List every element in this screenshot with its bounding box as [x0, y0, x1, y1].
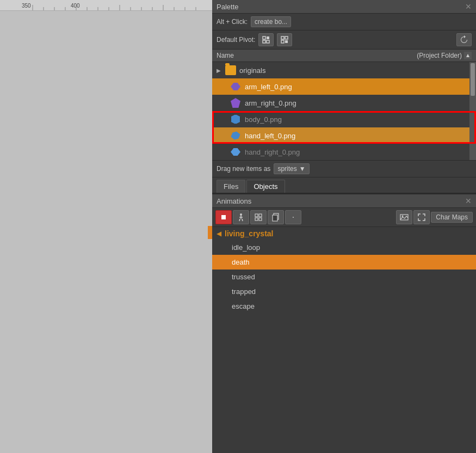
pivot-btn-1[interactable] — [258, 33, 274, 46]
svg-rect-17 — [267, 36, 269, 39]
svg-rect-34 — [259, 218, 262, 221]
anim-stop-btn[interactable] — [215, 210, 232, 224]
scroll-up-icon — [466, 53, 470, 58]
tab-objects[interactable]: Objects — [246, 180, 285, 193]
expand-icon — [417, 213, 426, 222]
svg-rect-21 — [285, 36, 288, 39]
copy-icon — [271, 213, 280, 222]
file-item-hand-right[interactable]: hand_right_0.png — [212, 144, 476, 160]
char-maps-btn[interactable]: Char Maps — [431, 212, 473, 223]
walk-icon — [237, 213, 245, 222]
anim-name-escape: escape — [232, 302, 255, 310]
sprites-option-label: sprites — [277, 165, 296, 173]
palette-close-btn[interactable]: ✕ — [465, 2, 472, 11]
sprites-dropdown[interactable]: sprites ▼ — [274, 163, 309, 174]
timeline-marker — [208, 226, 212, 239]
sprite-icon-arm-right — [230, 97, 242, 109]
right-panel: Palette ✕ Alt + Click: create bo... Defa… — [212, 0, 476, 453]
svg-point-38 — [402, 216, 404, 217]
anim-item-death[interactable]: death — [212, 255, 476, 270]
sprite-icon-hand-right — [230, 146, 242, 158]
scroll-up-btn[interactable] — [464, 52, 472, 59]
anim-name-trapped: trapped — [232, 287, 256, 296]
folder-name: originals — [239, 66, 265, 75]
anim-dot-btn[interactable]: · — [285, 210, 301, 224]
file-item-arm-right[interactable]: arm_right_0.png — [212, 95, 476, 111]
pivot-icon-2 — [280, 35, 289, 44]
anim-group-arrow: ◀ — [217, 230, 221, 237]
animations-close-btn[interactable]: ✕ — [465, 197, 472, 205]
file-item-hand-left[interactable]: hand_left_0.png — [212, 127, 476, 144]
scrollbar-thumb[interactable] — [471, 63, 475, 96]
palette-panel: Palette ✕ Alt + Click: create bo... Defa… — [212, 0, 476, 194]
anim-item-idle-loop[interactable]: idle_loop — [212, 240, 476, 255]
anim-item-trapped[interactable]: trapped — [212, 284, 476, 299]
animations-title: Animations — [217, 197, 251, 205]
anim-name-death: death — [232, 258, 250, 266]
anim-image-btn[interactable] — [396, 210, 412, 224]
sprite-icon-hand-left — [230, 130, 242, 142]
sprite-icon-arm-left — [230, 81, 242, 93]
anim-walk-btn[interactable] — [233, 210, 249, 224]
file-list-scrollbar[interactable] — [469, 62, 476, 160]
svg-marker-24 — [466, 54, 469, 57]
pivot-icon-1 — [262, 35, 270, 44]
file-name-arm-right: arm_right_0.png — [245, 99, 296, 107]
animations-panel: Animations ✕ — [212, 194, 476, 453]
refresh-btn[interactable] — [456, 33, 472, 46]
svg-rect-22 — [281, 40, 284, 43]
anim-item-trussed[interactable]: trussed — [212, 270, 476, 284]
svg-rect-25 — [221, 215, 226, 219]
folder-originals[interactable]: ▶ originals — [212, 62, 476, 78]
image-icon — [400, 213, 409, 222]
drag-toolbar: Drag new items as sprites ▼ — [212, 160, 476, 177]
drag-label: Drag new items as — [217, 165, 270, 173]
svg-point-26 — [240, 213, 242, 216]
anim-copy-btn[interactable] — [268, 210, 284, 224]
pivot-btn-2[interactable] — [277, 33, 292, 46]
svg-rect-18 — [263, 40, 265, 43]
canvas-area — [0, 11, 212, 453]
col-header-folder: (Project Folder) — [417, 52, 462, 59]
svg-rect-23 — [285, 40, 288, 43]
file-name-body: body_0.png — [245, 115, 282, 124]
canvas-panel: 350 400 — [0, 0, 212, 453]
tab-files[interactable]: Files — [217, 180, 245, 193]
anim-group-name: living_crystal — [225, 229, 274, 238]
palette-header: Palette ✕ — [212, 0, 476, 14]
grid-icon — [254, 213, 263, 222]
svg-rect-31 — [255, 214, 258, 217]
anim-item-escape[interactable]: escape — [212, 299, 476, 314]
red-box-group: body_0.png hand_left_0.png — [212, 111, 476, 144]
svg-rect-33 — [255, 218, 258, 221]
anim-group-header[interactable]: ◀ living_crystal — [212, 227, 476, 240]
refresh-icon — [460, 35, 468, 44]
dropdown-arrow: ▼ — [299, 165, 306, 173]
svg-line-29 — [239, 219, 240, 221]
folder-icon — [225, 65, 236, 75]
file-item-body[interactable]: body_0.png — [212, 111, 476, 127]
anim-name-trussed: trussed — [232, 273, 255, 281]
anim-expand-btn[interactable] — [413, 210, 430, 224]
file-item-arm-left[interactable]: arm_left_0.png — [212, 78, 476, 95]
svg-rect-37 — [400, 215, 408, 220]
svg-rect-16 — [263, 36, 265, 39]
create-box-dropdown[interactable]: create bo... — [251, 16, 291, 27]
animations-toolbar: · Char Maps — [212, 208, 476, 227]
pivot-row: Default Pivot: — [212, 30, 476, 50]
palette-tabs: Files Objects — [212, 177, 476, 193]
svg-rect-19 — [267, 40, 269, 43]
animation-list: ◀ living_crystal idle_loop death trussed… — [212, 227, 476, 453]
svg-line-30 — [242, 219, 243, 221]
file-name-hand-left: hand_left_0.png — [245, 132, 295, 140]
anim-grid-btn[interactable] — [250, 210, 267, 224]
file-list-header: Name (Project Folder) — [212, 50, 476, 62]
file-name-hand-right: hand_right_0.png — [245, 148, 300, 156]
svg-rect-20 — [281, 36, 284, 39]
col-header-name: Name — [217, 52, 417, 59]
stop-icon — [220, 214, 227, 221]
pivot-label: Default Pivot: — [217, 36, 255, 44]
alt-click-label: Alt + Click: — [217, 18, 248, 26]
svg-rect-36 — [273, 215, 277, 221]
sprite-icon-body — [230, 113, 242, 125]
